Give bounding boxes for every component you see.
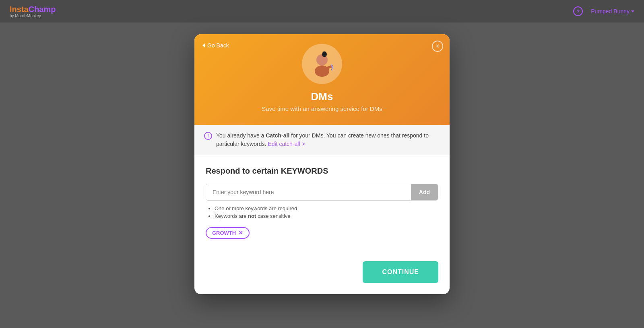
keyword-tags: GROWTH ✕ [206,227,438,239]
modal-footer: CONTINUE [194,258,450,294]
info-text-before: You already have a [216,132,266,139]
hint-required: One or more keywords are required [215,205,438,211]
avatar [302,44,342,84]
info-icon: i [204,132,212,140]
modal-subtitle: Save time with an answering service for … [204,105,440,112]
continue-button[interactable]: CONTINUE [363,261,438,283]
svg-point-3 [323,51,326,55]
avatar-illustration [306,48,338,80]
go-back-label: Go Back [207,42,229,49]
catch-all-text: Catch-all [266,132,289,139]
close-button[interactable]: × [432,41,443,52]
modal-header: Go Back × [194,34,450,125]
back-arrow-icon [202,43,205,47]
keyword-input[interactable] [206,184,411,200]
add-keyword-button[interactable]: Add [411,184,438,200]
go-back-button[interactable]: Go Back [202,42,229,49]
keyword-tag-label: GROWTH [212,230,236,236]
modal-title: DMs [204,90,440,103]
hint-case-sensitive: Keywords are not case sensitive [215,213,438,219]
modal-body: Respond to certain KEYWORDS Add One or m… [194,155,450,258]
keywords-section-title: Respond to certain KEYWORDS [206,166,438,176]
info-text: You already have a Catch-all for your DM… [216,131,440,148]
info-banner: i You already have a Catch-all for your … [194,125,450,155]
modal-overlay: Go Back × [0,0,644,328]
keyword-tag-remove[interactable]: ✕ [238,230,243,236]
keyword-input-row: Add [206,184,438,201]
keyword-tag: GROWTH ✕ [206,227,250,239]
keyword-hints: One or more keywords are required Keywor… [206,205,438,219]
svg-marker-6 [331,69,333,71]
edit-catch-all-link[interactable]: Edit catch-all > [268,141,305,147]
modal: Go Back × [194,34,450,294]
